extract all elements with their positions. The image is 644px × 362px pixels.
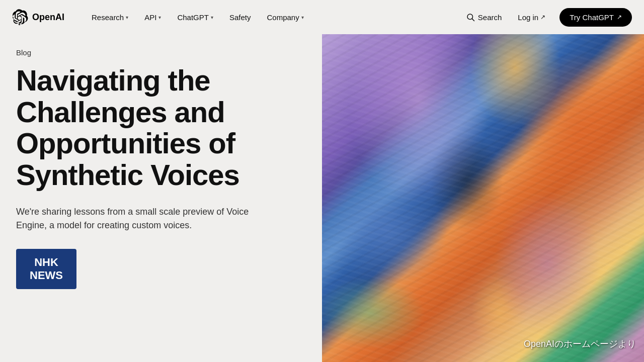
watermark-text: OpenAIのホームページより — [524, 338, 636, 350]
login-button[interactable]: Log in ↗ — [512, 9, 551, 26]
nav-links: Research ▾ API ▾ ChatGPT ▾ Safety Compan… — [85, 9, 464, 26]
navbar: OpenAI Research ▾ API ▾ ChatGPT ▾ Safety… — [0, 0, 644, 34]
openai-logo-icon — [12, 9, 28, 25]
hero-image — [322, 34, 644, 362]
logo-link[interactable]: OpenAI — [12, 9, 64, 25]
main-content: Blog Navigating the Challenges and Oppor… — [0, 34, 644, 362]
external-link-icon: ↗ — [617, 14, 622, 21]
chevron-down-icon: ▾ — [211, 15, 213, 20]
svg-line-1 — [472, 19, 474, 21]
blog-label: Blog — [16, 48, 306, 57]
right-panel: OpenAIのホームページより — [322, 34, 644, 362]
nav-item-company[interactable]: Company ▾ — [260, 9, 310, 26]
nav-item-research[interactable]: Research ▾ — [85, 9, 135, 26]
search-button[interactable]: Search — [464, 9, 504, 26]
nav-item-chatgpt[interactable]: ChatGPT ▾ — [170, 9, 220, 26]
nhk-badge: NHK NEWS — [16, 249, 76, 289]
chevron-down-icon: ▾ — [301, 15, 304, 20]
external-link-icon: ↗ — [540, 14, 545, 21]
nav-item-api[interactable]: API ▾ — [137, 9, 168, 26]
try-chatgpt-button[interactable]: Try ChatGPT ↗ — [559, 8, 632, 27]
logo-text: OpenAI — [32, 12, 64, 23]
nav-item-safety[interactable]: Safety — [222, 9, 258, 26]
chevron-down-icon: ▾ — [158, 15, 161, 20]
hero-subtitle: We're sharing lessons from a small scale… — [16, 205, 278, 233]
nav-right: Search Log in ↗ Try ChatGPT ↗ — [464, 8, 632, 27]
left-panel: Blog Navigating the Challenges and Oppor… — [0, 34, 322, 362]
hero-title: Navigating the Challenges and Opportunit… — [16, 65, 306, 191]
search-icon — [466, 13, 475, 22]
chevron-down-icon: ▾ — [126, 15, 128, 20]
